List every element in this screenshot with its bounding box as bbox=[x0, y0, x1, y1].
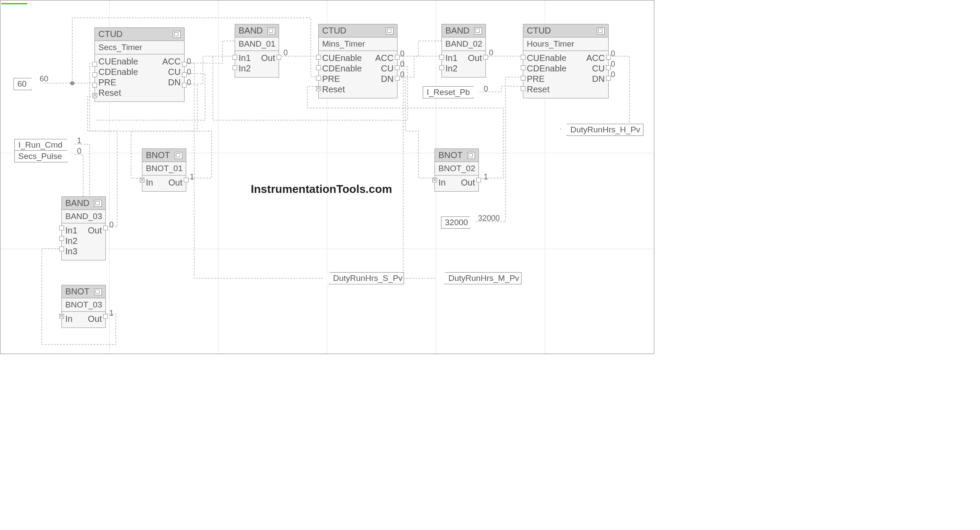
block-instance: Hours_Timer bbox=[523, 37, 608, 51]
block-type: CTUD bbox=[322, 26, 347, 36]
pin-stub[interactable] bbox=[439, 65, 444, 70]
pin-stub[interactable] bbox=[521, 65, 525, 70]
pin-stub[interactable] bbox=[316, 65, 321, 70]
wire-value: 0 bbox=[400, 70, 404, 79]
wire-value: 0 bbox=[109, 220, 114, 230]
pin-out: Out bbox=[468, 53, 482, 63]
pin-stub[interactable] bbox=[92, 83, 97, 88]
pin-in: In bbox=[146, 177, 153, 188]
block-instance: BAND_03 bbox=[62, 210, 105, 223]
pin-stub[interactable] bbox=[232, 65, 237, 70]
block-instance: BAND_02 bbox=[442, 37, 485, 51]
block-menu-icon[interactable] bbox=[94, 200, 102, 207]
pin-stub[interactable] bbox=[521, 76, 525, 81]
pin-stub[interactable] bbox=[439, 55, 444, 60]
pin-pre: PRE bbox=[322, 74, 340, 84]
pin-cu: CU bbox=[592, 63, 605, 74]
tag-dutyrunhrs-h-pv[interactable]: DutyRunHrs_H_Pv bbox=[566, 124, 643, 136]
wire-value: 0 bbox=[400, 49, 404, 58]
wire-value: 0 bbox=[611, 70, 615, 79]
pin-stub[interactable] bbox=[316, 76, 321, 81]
pin-stub[interactable] bbox=[92, 72, 97, 77]
block-instance: Mins_Timer bbox=[319, 37, 397, 51]
pin-stub[interactable] bbox=[395, 55, 400, 60]
pin-pre: PRE bbox=[527, 74, 545, 84]
block-type: BAND bbox=[445, 26, 470, 36]
pin-in1: In1 bbox=[65, 225, 77, 236]
pin-out: Out bbox=[168, 177, 182, 188]
block-band-03[interactable]: BAND BAND_03 In1Out In2 In3 bbox=[61, 196, 106, 260]
block-band-02[interactable]: BAND BAND_02 In1Out In2 bbox=[441, 24, 486, 78]
tag-dutyrunhrs-m-pv[interactable]: DutyRunHrs_M_Pv bbox=[445, 272, 522, 284]
tag-i-run-cmd[interactable]: I_Run_Cmd bbox=[14, 139, 67, 151]
block-band-01[interactable]: BAND BAND_01 In1Out In2 bbox=[235, 24, 279, 78]
pin-stub[interactable] bbox=[606, 65, 611, 70]
block-menu-icon[interactable] bbox=[474, 27, 482, 34]
pin-stub[interactable] bbox=[606, 76, 611, 81]
pin-cdenable: CDEnable bbox=[322, 63, 362, 74]
block-menu-icon[interactable] bbox=[597, 27, 605, 34]
pin-stub[interactable] bbox=[232, 55, 237, 60]
pin-stub[interactable] bbox=[59, 236, 64, 241]
block-ctud-hours-timer[interactable]: CTUD Hours_Timer CUEnableACC CDEnableCU … bbox=[523, 24, 609, 98]
pin-stub[interactable] bbox=[103, 314, 108, 319]
wire-value: 1 bbox=[77, 136, 81, 145]
pin-in2: In2 bbox=[239, 63, 251, 74]
pin-stub[interactable] bbox=[92, 93, 97, 98]
pin-cuenable: CUEnable bbox=[527, 53, 566, 63]
pin-stub[interactable] bbox=[103, 226, 108, 230]
pin-stub[interactable] bbox=[184, 178, 189, 182]
wire-value: 32000 bbox=[478, 214, 500, 223]
pin-stub[interactable] bbox=[395, 76, 400, 81]
pin-stub[interactable] bbox=[59, 314, 64, 319]
block-menu-icon[interactable] bbox=[267, 27, 275, 34]
tag-secs-pulse[interactable]: Secs_Pulse bbox=[14, 150, 67, 162]
pin-cuenable: CUEnable bbox=[322, 53, 362, 63]
pin-stub[interactable] bbox=[316, 86, 321, 91]
pin-stub[interactable] bbox=[182, 62, 187, 67]
block-menu-icon[interactable] bbox=[173, 31, 181, 38]
pin-in: In bbox=[438, 177, 446, 188]
block-ctud-secs-timer[interactable]: CTUD Secs_Timer CUEnableACC CDEnableCU P… bbox=[94, 27, 185, 102]
pin-stub[interactable] bbox=[140, 178, 145, 182]
fbd-canvas[interactable]: CTUD Secs_Timer CUEnableACC CDEnableCU P… bbox=[0, 0, 654, 354]
pin-stub[interactable] bbox=[476, 178, 481, 182]
pin-stub[interactable] bbox=[92, 62, 97, 67]
pin-stub[interactable] bbox=[59, 226, 64, 230]
pin-stub[interactable] bbox=[182, 83, 187, 88]
pin-cdenable: CDEnable bbox=[98, 67, 138, 77]
tag-i-reset-pb[interactable]: I_Reset_Pb bbox=[423, 86, 474, 98]
wire-value: 0 bbox=[484, 84, 488, 94]
pin-stub[interactable] bbox=[316, 55, 321, 60]
pin-stub[interactable] bbox=[521, 55, 525, 60]
block-menu-icon[interactable] bbox=[175, 152, 182, 159]
block-bnot-01[interactable]: BNOT BNOT_01 InOut bbox=[142, 149, 186, 192]
tag-const-60[interactable]: 60 bbox=[13, 78, 32, 90]
block-bnot-02[interactable]: BNOT BNOT_02 InOut bbox=[434, 149, 479, 192]
pin-stub[interactable] bbox=[276, 55, 281, 60]
wire-value: 0 bbox=[187, 57, 191, 66]
wire-value: 0 bbox=[283, 48, 288, 57]
block-ctud-mins-timer[interactable]: CTUD Mins_Timer CUEnableACC CDEnableCU P… bbox=[318, 24, 397, 98]
pin-stub[interactable] bbox=[432, 178, 437, 182]
pin-stub[interactable] bbox=[395, 65, 400, 70]
pin-stub[interactable] bbox=[182, 72, 187, 77]
pin-dn: DN bbox=[381, 74, 394, 84]
block-type: BNOT bbox=[146, 150, 170, 160]
block-bnot-03[interactable]: BNOT BNOT_03 InOut bbox=[61, 285, 106, 328]
tag-dutyrunhrs-s-pv[interactable]: DutyRunHrs_S_Pv bbox=[329, 272, 404, 284]
pin-pre: PRE bbox=[98, 77, 116, 88]
pin-out: Out bbox=[88, 314, 102, 324]
pin-stub[interactable] bbox=[483, 55, 488, 60]
pin-stub[interactable] bbox=[606, 55, 611, 60]
block-menu-icon[interactable] bbox=[467, 152, 475, 159]
pin-stub[interactable] bbox=[521, 86, 525, 91]
block-menu-icon[interactable] bbox=[94, 288, 102, 295]
block-menu-icon[interactable] bbox=[386, 27, 394, 34]
pin-stub[interactable] bbox=[59, 246, 64, 251]
block-instance: BNOT_02 bbox=[435, 162, 478, 176]
wire-value: 1 bbox=[190, 172, 194, 182]
block-type: CTUD bbox=[98, 29, 123, 39]
tag-const-32000[interactable]: 32000 bbox=[441, 216, 470, 229]
pin-reset: Reset bbox=[322, 84, 345, 95]
